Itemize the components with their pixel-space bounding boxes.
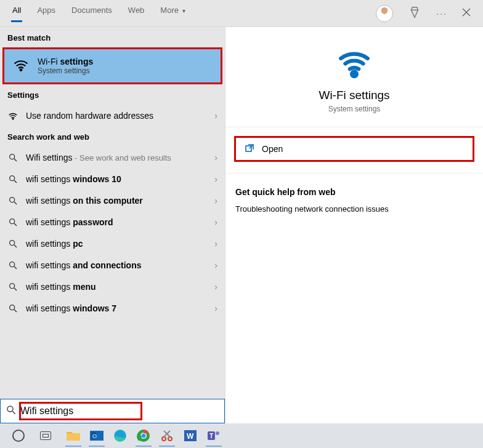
chevron-right-icon: › [214,174,217,184]
detail-hero: Wi-Fi settings System settings [225,27,483,127]
detail-pane: Wi-Fi settings System settings Open Get … [225,27,483,423]
best-match-result[interactable]: Wi-Fi settings System settings [2,47,222,84]
svg-point-3 [12,118,14,119]
svg-point-22 [7,406,13,412]
settings-header: Settings [0,84,225,105]
taskbar-app-teams[interactable]: T [203,427,224,444]
search-icon [7,260,18,270]
suggestion-label: Wifi settings - See work and web results [26,153,207,162]
taskbar-app-file-explorer[interactable] [63,427,84,444]
suggestion-label: wifi settings password [26,217,207,227]
svg-point-16 [10,283,15,288]
wifi-icon [13,57,29,75]
svg-line-23 [12,411,15,414]
taskbar-apps: O W T [63,427,224,444]
taskbar-app-chrome[interactable] [133,427,154,444]
svg-point-14 [10,262,15,266]
suggestion-label: wifi settings pc [26,239,207,249]
suggestion-label: wifi settings menu [26,282,207,292]
search-icon [7,196,18,206]
search-suggestion[interactable]: wifi settings menu› [0,276,225,297]
search-suggestion[interactable]: wifi settings and connections› [0,254,225,276]
chevron-right-icon: › [214,282,217,292]
search-icon [7,217,18,227]
best-match-header: Best match [0,27,225,47]
suggestion-label: wifi settings windows 10 [26,174,207,184]
search-suggestion[interactable]: wifi settings pc› [0,233,225,254]
open-label: Open [262,144,283,154]
svg-point-10 [10,218,15,223]
suggestion-label: wifi settings and connections [26,260,207,270]
more-options-icon[interactable]: ··· [436,9,447,18]
search-icon [6,404,17,418]
settings-item-random-mac[interactable]: Use random hardware addresses › [0,105,225,126]
taskbar: O W T [0,423,483,448]
top-bar: All Apps Documents Web More ▾ ··· [0,0,483,27]
taskbar-app-snipping-tool[interactable] [156,427,177,444]
taskbar-app-word[interactable]: W [180,427,201,444]
taskbar-app-edge[interactable] [110,427,131,444]
wifi-icon [225,44,483,82]
search-icon [7,153,18,162]
tab-web[interactable]: Web [128,6,145,21]
main-area: Best match Wi-Fi settings System setting… [0,27,483,423]
search-icon [7,239,18,249]
task-view-icon [40,431,51,440]
svg-point-6 [10,175,15,180]
search-suggestion[interactable]: wifi settings on this computer› [0,190,225,211]
tab-more[interactable]: More ▾ [160,6,185,21]
task-view-button[interactable] [33,423,58,448]
chevron-right-icon: › [214,239,217,249]
tab-documents[interactable]: Documents [71,6,112,21]
wifi-icon [7,111,18,121]
open-icon [245,143,254,155]
help-section: Get quick help from web Troubleshooting … [225,173,483,225]
svg-line-19 [14,310,17,312]
svg-point-30 [142,434,146,438]
chevron-right-icon: › [214,303,217,313]
suggestion-label: wifi settings windows 7 [26,303,207,313]
svg-line-9 [14,202,17,204]
search-suggestion[interactable]: wifi settings windows 10› [0,168,225,190]
search-icon [7,282,18,292]
cortana-icon [12,430,25,442]
chevron-right-icon: › [214,153,217,162]
account-avatar[interactable] [376,5,393,22]
chevron-right-icon: › [214,111,217,121]
tab-apps[interactable]: Apps [37,6,55,21]
best-match-text: Wi-Fi settings System settings [38,57,93,75]
search-suggestion[interactable]: wifi settings password› [0,211,225,233]
svg-line-7 [14,180,17,183]
svg-point-20 [352,71,357,76]
cortana-button[interactable] [4,423,33,448]
svg-point-31 [162,437,166,441]
search-suggestion[interactable]: Wifi settings - See work and web results… [0,146,225,168]
svg-point-38 [216,431,219,435]
svg-point-12 [10,240,15,245]
taskbar-app-outlook[interactable]: O [86,427,107,444]
svg-point-32 [168,437,172,441]
svg-line-13 [14,245,17,247]
search-bar[interactable] [0,399,225,423]
close-button[interactable] [462,8,471,19]
search-suggestion[interactable]: wifi settings windows 7› [0,297,225,319]
chevron-down-icon: ▾ [182,7,185,14]
search-input[interactable] [17,403,147,419]
help-link-troubleshoot[interactable]: Troubleshooting network connection issue… [225,204,483,225]
open-button[interactable]: Open [234,136,474,162]
svg-point-2 [20,69,22,71]
tab-all[interactable]: All [12,6,21,21]
svg-line-5 [14,159,17,161]
svg-text:T: T [209,433,213,439]
scope-tabs: All Apps Documents Web More ▾ [12,6,185,21]
rewards-icon[interactable] [408,6,421,22]
detail-title: Wi-Fi settings [225,89,483,102]
svg-point-18 [10,305,15,310]
help-header: Get quick help from web [225,174,483,204]
chevron-right-icon: › [214,196,217,206]
svg-text:W: W [187,432,194,441]
search-web-header: Search work and web [0,126,225,146]
search-icon [7,303,18,313]
search-icon [7,174,18,184]
svg-text:O: O [92,433,97,439]
